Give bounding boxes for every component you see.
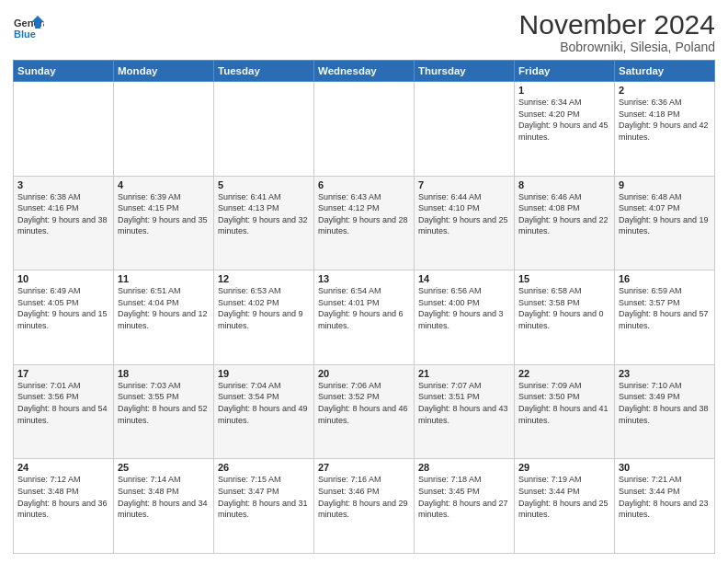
day-info: Sunrise: 7:15 AM Sunset: 3:47 PM Dayligh… [218, 474, 310, 520]
day-info: Sunrise: 7:18 AM Sunset: 3:45 PM Dayligh… [418, 474, 510, 520]
day-info: Sunrise: 7:09 AM Sunset: 3:50 PM Dayligh… [518, 380, 610, 426]
day-number: 24 [17, 462, 109, 473]
day-info: Sunrise: 7:04 AM Sunset: 3:54 PM Dayligh… [218, 380, 310, 426]
day-number: 26 [218, 462, 310, 473]
day-number: 21 [418, 368, 510, 379]
day-number: 22 [518, 368, 610, 379]
cell-week3-day3: 13Sunrise: 6:54 AM Sunset: 4:01 PM Dayli… [314, 270, 415, 365]
day-number: 14 [418, 273, 510, 284]
day-info: Sunrise: 7:19 AM Sunset: 3:44 PM Dayligh… [518, 474, 610, 520]
day-info: Sunrise: 7:16 AM Sunset: 3:46 PM Dayligh… [318, 474, 410, 520]
day-number: 28 [418, 462, 510, 473]
cell-week1-day1 [114, 82, 214, 177]
cell-week1-day0 [14, 82, 114, 177]
cell-week2-day2: 5Sunrise: 6:41 AM Sunset: 4:13 PM Daylig… [214, 176, 314, 270]
cell-week1-day5: 1Sunrise: 6:34 AM Sunset: 4:20 PM Daylig… [515, 82, 615, 177]
cell-week5-day6: 30Sunrise: 7:21 AM Sunset: 3:44 PM Dayli… [615, 459, 715, 554]
day-info: Sunrise: 6:53 AM Sunset: 4:02 PM Dayligh… [218, 285, 310, 331]
svg-text:Blue: Blue [14, 29, 36, 40]
cell-week5-day0: 24Sunrise: 7:12 AM Sunset: 3:48 PM Dayli… [14, 459, 114, 554]
week-row-2: 3Sunrise: 6:38 AM Sunset: 4:16 PM Daylig… [14, 176, 715, 270]
day-number: 5 [218, 179, 310, 190]
cell-week2-day5: 8Sunrise: 6:46 AM Sunset: 4:08 PM Daylig… [515, 176, 615, 270]
day-number: 4 [118, 179, 210, 190]
day-info: Sunrise: 6:48 AM Sunset: 4:07 PM Dayligh… [619, 191, 711, 237]
cell-week3-day2: 12Sunrise: 6:53 AM Sunset: 4:02 PM Dayli… [214, 270, 314, 365]
cell-week5-day4: 28Sunrise: 7:18 AM Sunset: 3:45 PM Dayli… [415, 459, 515, 554]
cell-week1-day6: 2Sunrise: 6:36 AM Sunset: 4:18 PM Daylig… [615, 82, 715, 177]
cell-week4-day6: 23Sunrise: 7:10 AM Sunset: 3:49 PM Dayli… [615, 364, 715, 459]
header-thursday: Thursday [415, 61, 515, 82]
cell-week1-day4 [415, 82, 515, 177]
day-number: 30 [619, 462, 711, 473]
day-info: Sunrise: 6:38 AM Sunset: 4:16 PM Dayligh… [17, 191, 109, 237]
week-row-1: 1Sunrise: 6:34 AM Sunset: 4:20 PM Daylig… [14, 82, 715, 177]
day-info: Sunrise: 6:56 AM Sunset: 4:00 PM Dayligh… [418, 285, 510, 331]
day-info: Sunrise: 6:44 AM Sunset: 4:10 PM Dayligh… [418, 191, 510, 237]
day-info: Sunrise: 7:14 AM Sunset: 3:48 PM Dayligh… [118, 474, 210, 520]
day-number: 10 [17, 273, 109, 284]
cell-week3-day1: 11Sunrise: 6:51 AM Sunset: 4:04 PM Dayli… [114, 270, 214, 365]
day-info: Sunrise: 7:03 AM Sunset: 3:55 PM Dayligh… [118, 380, 210, 426]
cell-week4-day2: 19Sunrise: 7:04 AM Sunset: 3:54 PM Dayli… [214, 364, 314, 459]
calendar-header-row: SundayMondayTuesdayWednesdayThursdayFrid… [14, 61, 715, 82]
day-number: 19 [218, 368, 310, 379]
day-number: 25 [118, 462, 210, 473]
header-tuesday: Tuesday [214, 61, 314, 82]
week-row-5: 24Sunrise: 7:12 AM Sunset: 3:48 PM Dayli… [14, 459, 715, 554]
day-info: Sunrise: 7:07 AM Sunset: 3:51 PM Dayligh… [418, 380, 510, 426]
day-number: 1 [518, 85, 610, 96]
day-info: Sunrise: 6:49 AM Sunset: 4:05 PM Dayligh… [17, 285, 109, 331]
day-info: Sunrise: 7:10 AM Sunset: 3:49 PM Dayligh… [619, 380, 711, 426]
page: General Blue November 2024 Bobrowniki, S… [0, 0, 728, 563]
header-sunday: Sunday [14, 61, 114, 82]
calendar: SundayMondayTuesdayWednesdayThursdayFrid… [13, 60, 715, 554]
cell-week4-day4: 21Sunrise: 7:07 AM Sunset: 3:51 PM Dayli… [415, 364, 515, 459]
cell-week4-day0: 17Sunrise: 7:01 AM Sunset: 3:56 PM Dayli… [14, 364, 114, 459]
cell-week2-day4: 7Sunrise: 6:44 AM Sunset: 4:10 PM Daylig… [415, 176, 515, 270]
header-friday: Friday [515, 61, 615, 82]
cell-week2-day3: 6Sunrise: 6:43 AM Sunset: 4:12 PM Daylig… [314, 176, 415, 270]
day-info: Sunrise: 6:39 AM Sunset: 4:15 PM Dayligh… [118, 191, 210, 237]
day-number: 23 [619, 368, 711, 379]
cell-week5-day2: 26Sunrise: 7:15 AM Sunset: 3:47 PM Dayli… [214, 459, 314, 554]
header-saturday: Saturday [615, 61, 715, 82]
day-number: 7 [418, 179, 510, 190]
day-info: Sunrise: 7:21 AM Sunset: 3:44 PM Dayligh… [619, 474, 711, 520]
day-number: 20 [318, 368, 410, 379]
day-number: 2 [619, 85, 711, 96]
day-info: Sunrise: 6:36 AM Sunset: 4:18 PM Dayligh… [619, 97, 711, 143]
cell-week5-day1: 25Sunrise: 7:14 AM Sunset: 3:48 PM Dayli… [114, 459, 214, 554]
day-info: Sunrise: 7:01 AM Sunset: 3:56 PM Dayligh… [17, 380, 109, 426]
day-number: 16 [619, 273, 711, 284]
header: General Blue November 2024 Bobrowniki, S… [13, 9, 715, 54]
day-info: Sunrise: 7:06 AM Sunset: 3:52 PM Dayligh… [318, 380, 410, 426]
cell-week3-day0: 10Sunrise: 6:49 AM Sunset: 4:05 PM Dayli… [14, 270, 114, 365]
cell-week4-day5: 22Sunrise: 7:09 AM Sunset: 3:50 PM Dayli… [515, 364, 615, 459]
cell-week1-day3 [314, 82, 415, 177]
header-wednesday: Wednesday [314, 61, 415, 82]
day-info: Sunrise: 6:54 AM Sunset: 4:01 PM Dayligh… [318, 285, 410, 331]
cell-week2-day1: 4Sunrise: 6:39 AM Sunset: 4:15 PM Daylig… [114, 176, 214, 270]
logo: General Blue [13, 13, 44, 44]
cell-week2-day0: 3Sunrise: 6:38 AM Sunset: 4:16 PM Daylig… [14, 176, 114, 270]
day-number: 3 [17, 179, 109, 190]
day-info: Sunrise: 6:58 AM Sunset: 3:58 PM Dayligh… [518, 285, 610, 331]
cell-week2-day6: 9Sunrise: 6:48 AM Sunset: 4:07 PM Daylig… [615, 176, 715, 270]
day-number: 15 [518, 273, 610, 284]
day-info: Sunrise: 6:43 AM Sunset: 4:12 PM Dayligh… [318, 191, 410, 237]
day-number: 13 [318, 273, 410, 284]
day-info: Sunrise: 6:51 AM Sunset: 4:04 PM Dayligh… [118, 285, 210, 331]
week-row-4: 17Sunrise: 7:01 AM Sunset: 3:56 PM Dayli… [14, 364, 715, 459]
day-number: 12 [218, 273, 310, 284]
logo-svg: General Blue [13, 13, 44, 44]
subtitle: Bobrowniki, Silesia, Poland [519, 40, 715, 54]
title-block: November 2024 Bobrowniki, Silesia, Polan… [519, 9, 715, 54]
week-row-3: 10Sunrise: 6:49 AM Sunset: 4:05 PM Dayli… [14, 270, 715, 365]
cell-week3-day6: 16Sunrise: 6:59 AM Sunset: 3:57 PM Dayli… [615, 270, 715, 365]
day-number: 29 [518, 462, 610, 473]
header-monday: Monday [114, 61, 214, 82]
day-number: 6 [318, 179, 410, 190]
cell-week4-day1: 18Sunrise: 7:03 AM Sunset: 3:55 PM Dayli… [114, 364, 214, 459]
day-number: 17 [17, 368, 109, 379]
